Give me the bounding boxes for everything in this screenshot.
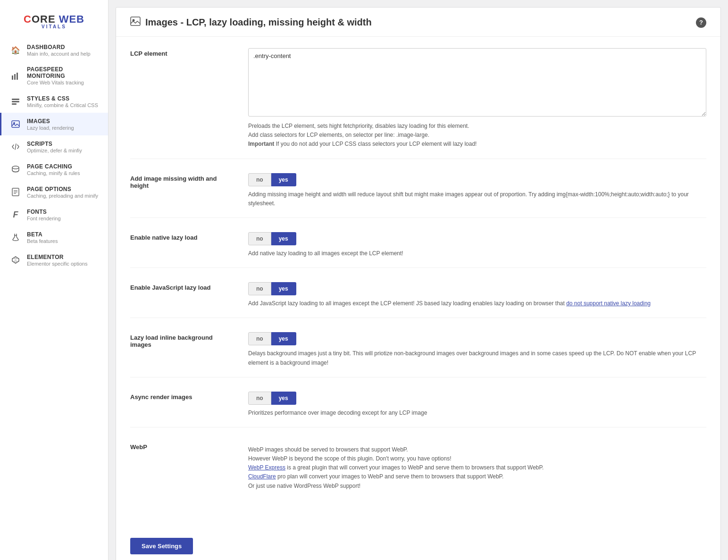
elementor-icon	[9, 253, 22, 267]
sidebar-sub-beta: Beta features	[27, 238, 58, 244]
webp-label: WebP	[130, 443, 234, 451]
scripts-icon	[9, 140, 22, 153]
page-caching-icon	[9, 163, 22, 176]
styles-icon	[9, 95, 22, 108]
async-render-toggle: no yes	[248, 392, 706, 405]
add-image-missing-no[interactable]: no	[248, 173, 271, 186]
logo-c: C	[24, 13, 32, 25]
native-lazy-loading-link[interactable]: do not support native lazy loading	[566, 300, 651, 307]
svg-rect-2	[17, 73, 18, 80]
logo-vitals: VITALS	[9, 24, 99, 29]
save-area: Save Settings	[116, 533, 720, 560]
async-render-desc: Prioritizes performance over image decod…	[248, 409, 706, 418]
help-icon[interactable]: ?	[696, 17, 706, 28]
page-options-icon	[9, 185, 22, 199]
setting-async-render: Async render images no yes Prioritizes p…	[130, 392, 706, 427]
enable-js-label: Enable JavaScript lazy load	[130, 284, 234, 291]
enable-native-yes[interactable]: yes	[271, 232, 296, 245]
setting-add-image-missing: Add image missing width and height no ye…	[130, 173, 706, 218]
save-button[interactable]: Save Settings	[130, 538, 193, 554]
lazy-load-inline-label: Lazy load inline background images	[130, 334, 234, 348]
sidebar-item-fonts[interactable]: F FONTS Font rendering	[0, 203, 108, 226]
add-image-missing-yes[interactable]: yes	[271, 173, 296, 186]
svg-rect-0	[12, 75, 13, 80]
sidebar-item-beta[interactable]: BETA Beta features	[0, 226, 108, 249]
enable-js-toggle: no yes	[248, 282, 706, 295]
enable-js-no[interactable]: no	[248, 282, 271, 295]
sidebar-item-elementor[interactable]: ELEMENTOR Elementor specific options	[0, 249, 108, 271]
sidebar-label-scripts: SCRIPTS	[27, 141, 82, 147]
enable-native-label: Enable native lazy load	[130, 234, 234, 241]
sidebar-sub-images: Lazy load, rendering	[27, 125, 74, 131]
beta-icon	[9, 231, 22, 244]
sidebar-item-images[interactable]: IMAGES Lazy load, rendering	[0, 113, 108, 135]
async-render-yes[interactable]: yes	[271, 392, 296, 405]
lcp-element-label: LCP element	[130, 50, 234, 57]
cloudflare-link[interactable]: CloudFlare	[248, 473, 276, 480]
page-title-icon	[130, 16, 141, 29]
sidebar-item-page-caching[interactable]: PAGE CACHING Caching, minify & rules	[0, 158, 108, 181]
async-render-label: Async render images	[130, 393, 234, 401]
sidebar-label-fonts: FONTS	[27, 209, 61, 215]
home-icon: 🏠	[9, 43, 22, 57]
setting-lazy-load-inline: Lazy load inline background images no ye…	[130, 332, 706, 377]
main-content: Images - LCP, lazy loading, missing heig…	[116, 7, 721, 560]
content-area: LCP element .entry-content Preloads the …	[116, 37, 720, 533]
svg-rect-4	[12, 101, 19, 102]
webp-express-link[interactable]: WebP Express	[248, 464, 285, 471]
sidebar-sub-fonts: Font rendering	[27, 216, 61, 221]
sidebar-sub-page-caching: Caching, minify & rules	[27, 170, 80, 176]
enable-native-desc: Add native lazy loading to all images ex…	[248, 249, 706, 258]
lcp-element-textarea[interactable]: .entry-content	[248, 48, 706, 117]
enable-native-no[interactable]: no	[248, 232, 271, 245]
add-image-missing-toggle: no yes	[248, 173, 706, 186]
logo: CORE WEB VITALS	[0, 5, 108, 39]
setting-enable-js: Enable JavaScript lazy load no yes Add J…	[130, 282, 706, 318]
sidebar-label-images: IMAGES	[27, 118, 74, 125]
svg-rect-6	[12, 121, 19, 127]
sidebar-label-styles: STYLES & CSS	[27, 95, 98, 102]
lazy-load-inline-desc: Delays background images just a tiny bit…	[248, 349, 706, 367]
svg-line-8	[15, 144, 16, 150]
add-image-missing-label: Add image missing width and height	[130, 175, 234, 189]
logo-web: WEB	[56, 13, 84, 25]
chart-icon	[9, 69, 22, 83]
sidebar-label-beta: BETA	[27, 231, 58, 238]
svg-rect-3	[12, 99, 19, 100]
logo-ore: ORE	[32, 13, 56, 25]
fonts-icon: F	[9, 208, 22, 221]
enable-js-yes[interactable]: yes	[271, 282, 296, 295]
sidebar-item-dashboard[interactable]: 🏠 DASHBOARD Main info, account and help	[0, 39, 108, 61]
add-image-missing-desc: Adding missing image height and width wi…	[248, 190, 706, 208]
lcp-element-desc: Preloads the LCP element, sets hight fet…	[248, 122, 706, 149]
sidebar-sub-pagespeed: Core Web Vitals tracking	[27, 80, 100, 85]
svg-point-9	[12, 166, 19, 169]
sidebar-sub-elementor: Elementor specific options	[27, 261, 87, 267]
sidebar-label-elementor: ELEMENTOR	[27, 254, 87, 260]
async-render-no[interactable]: no	[248, 392, 271, 405]
lazy-load-inline-no[interactable]: no	[248, 332, 271, 345]
sidebar-item-styles[interactable]: STYLES & CSS Minifiy, combine & Critical…	[0, 90, 108, 113]
sidebar-sub-styles: Minifiy, combine & Critical CSS	[27, 102, 98, 108]
sidebar-sub-dashboard: Main info, account and help	[27, 51, 91, 57]
sidebar-item-pagespeed[interactable]: PAGESPEED MONITORING Core Web Vitals tra…	[0, 61, 108, 90]
sidebar-item-scripts[interactable]: SCRIPTS Optimize, defer & minfiy	[0, 135, 108, 158]
sidebar: CORE WEB VITALS 🏠 DASHBOARD Main info, a…	[0, 0, 109, 560]
sidebar-label-page-options: PAGE OPTIONS	[27, 186, 98, 192]
sidebar-label-pagespeed: PAGESPEED MONITORING	[27, 66, 100, 79]
sidebar-label-page-caching: PAGE CACHING	[27, 163, 80, 170]
enable-native-toggle: no yes	[248, 232, 706, 245]
sidebar-item-page-options[interactable]: PAGE OPTIONS Caching, preloading and min…	[0, 181, 108, 203]
sidebar-label-dashboard: DASHBOARD	[27, 44, 91, 50]
page-header: Images - LCP, lazy loading, missing heig…	[116, 8, 720, 37]
lazy-load-inline-yes[interactable]: yes	[271, 332, 296, 345]
images-icon	[9, 117, 22, 131]
page-title: Images - LCP, lazy loading, missing heig…	[145, 17, 372, 28]
enable-js-desc: Add JavaScript lazy loading to all image…	[248, 299, 706, 308]
lazy-load-inline-toggle: no yes	[248, 332, 706, 345]
sidebar-sub-page-options: Caching, preloading and minify	[27, 193, 98, 199]
webp-desc: WebP images should be served to browsers…	[248, 445, 706, 491]
setting-webp: WebP WebP images should be served to bro…	[130, 442, 706, 500]
svg-rect-5	[12, 103, 17, 105]
setting-lcp-element: LCP element .entry-content Preloads the …	[130, 48, 706, 159]
